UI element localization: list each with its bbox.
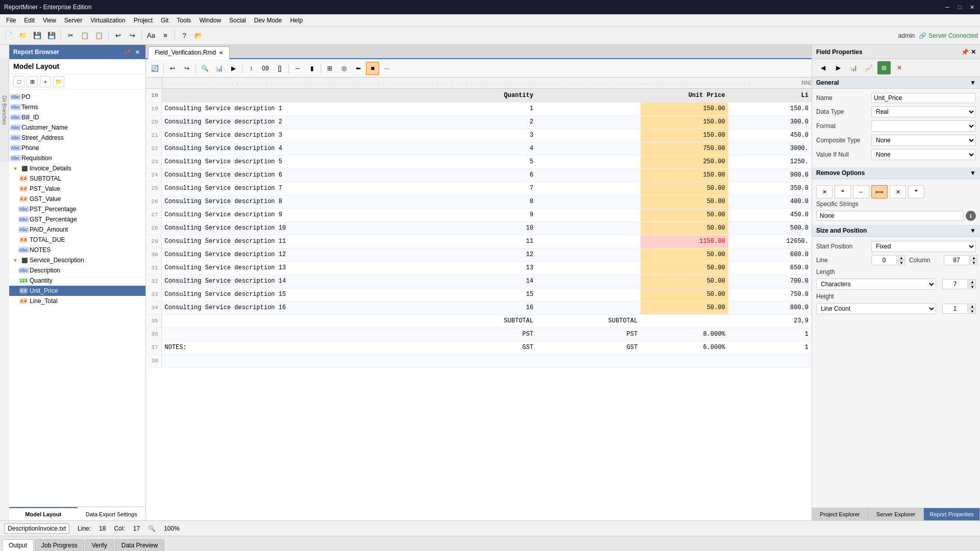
output-tab[interactable]: Output — [2, 539, 34, 551]
general-section-header[interactable]: General ▼ — [812, 77, 980, 89]
name-input[interactable] — [871, 93, 976, 103]
refresh-button[interactable]: 🔄 — [148, 62, 161, 75]
font-button[interactable]: Aa — [144, 29, 158, 42]
back-btn[interactable]: ⬅ — [352, 62, 365, 75]
main-tab[interactable]: Field_Verification.Rmd ✕ — [148, 46, 230, 59]
line-down-arrow[interactable]: ▼ — [898, 260, 905, 265]
column-input[interactable] — [944, 255, 969, 265]
fp-bar-chart-button[interactable]: 📊 — [847, 61, 860, 74]
remove-options-section-header[interactable]: Remove Options ▼ — [812, 167, 980, 179]
tree-item-NOTES[interactable]: AbcNOTES — [9, 245, 145, 255]
length-input[interactable] — [942, 279, 968, 289]
fp-back-button[interactable]: ◀ — [816, 61, 829, 74]
line-input[interactable] — [871, 255, 897, 265]
server-explorer-tab[interactable]: Server Explorer — [868, 508, 924, 520]
fp-close-button[interactable]: ✕ — [971, 48, 976, 56]
open-button[interactable]: 📁 — [16, 29, 30, 42]
fp-pin-button[interactable]: 📌 — [961, 48, 969, 56]
specific-strings-input[interactable] — [816, 211, 964, 221]
menu-item-window[interactable]: Window — [195, 16, 225, 25]
save-button[interactable]: 💾 — [31, 29, 44, 42]
specific-strings-info-button[interactable]: ℹ — [966, 211, 976, 221]
ro-btn-1[interactable]: ✕ — [816, 185, 832, 198]
report-properties-tab[interactable]: Report Properties — [924, 508, 980, 520]
menu-item-git[interactable]: Git — [157, 16, 173, 25]
ro-btn-2[interactable]: ❝ — [835, 185, 851, 198]
sort-btn[interactable]: ↕ — [244, 62, 258, 75]
tree-item-Terms[interactable]: AbcTerms — [9, 102, 145, 112]
tab-close-icon[interactable]: ✕ — [219, 50, 223, 56]
help-button[interactable]: ? — [178, 29, 191, 42]
tree-item-Quantity[interactable]: 123Quantity — [9, 276, 145, 286]
tree-item-SUBTOTAL[interactable]: #.#SUBTOTAL — [9, 173, 145, 184]
data-type-select[interactable]: Real — [871, 106, 976, 117]
bracket-btn[interactable]: [] — [273, 62, 286, 75]
undo-btn[interactable]: ↩ — [166, 62, 179, 75]
menu-item-dev-mode[interactable]: Dev Mode — [250, 16, 286, 25]
value-if-null-select[interactable]: None — [871, 149, 976, 160]
length-up-arrow[interactable]: ▲ — [969, 279, 976, 284]
tree-item-PST_Percentage[interactable]: AbcPST_Percentage — [9, 204, 145, 214]
run-btn[interactable]: ▶ — [227, 62, 240, 75]
start-position-select[interactable]: Fixed — [871, 241, 976, 252]
size-position-section-header[interactable]: Size and Position ▼ — [812, 225, 980, 237]
height-input[interactable] — [942, 304, 968, 314]
menu-item-tools[interactable]: Tools — [173, 16, 195, 25]
tree-item-Invoice_Details[interactable]: ▼⬛Invoice_Details — [9, 163, 145, 173]
fp-line-chart-button[interactable]: 📈 — [862, 61, 875, 74]
cursor-btn[interactable]: ▮ — [305, 62, 318, 75]
tree-item-GST_Value[interactable]: #.#GST_Value — [9, 194, 145, 204]
tree-item-Phone[interactable]: AbcPhone — [9, 143, 145, 153]
minus-btn[interactable]: ─ — [291, 62, 304, 75]
ml-collapse-button[interactable]: □ — [13, 76, 24, 87]
num-btn[interactable]: 09 — [259, 62, 272, 75]
tree-item-Unit_Price[interactable]: #.#Unit_Price — [9, 286, 145, 296]
ml-add-button[interactable]: + — [40, 76, 51, 87]
ml-expand-button[interactable]: ⊞ — [27, 76, 38, 87]
tree-item-Description[interactable]: AbcDescription — [9, 265, 145, 276]
circle-btn[interactable]: ◎ — [337, 62, 351, 75]
column-up-arrow[interactable]: ▲ — [970, 255, 977, 260]
maximize-button[interactable]: □ — [955, 3, 964, 11]
copy-button[interactable]: 📋 — [78, 29, 91, 42]
ro-btn-6[interactable]: ❞ — [908, 185, 924, 198]
column-down-arrow[interactable]: ▼ — [970, 260, 977, 265]
length-down-arrow[interactable]: ▼ — [969, 284, 976, 289]
format-button[interactable]: ≡ — [159, 29, 172, 42]
fp-table-button[interactable]: ⊞ — [877, 61, 891, 74]
save-all-button[interactable]: 💾 — [45, 29, 58, 42]
height-type-select[interactable]: Line Count — [816, 303, 936, 314]
length-type-select[interactable]: Characters — [816, 279, 936, 290]
close-button[interactable]: ✕ — [968, 3, 976, 11]
height-down-arrow[interactable]: ▼ — [969, 309, 976, 314]
more-btn[interactable]: ··· — [380, 62, 394, 75]
panel-pin-button[interactable]: 📌 — [123, 48, 131, 56]
menu-item-view[interactable]: View — [39, 16, 60, 25]
data-preview-tab[interactable]: Data Preview — [115, 539, 164, 551]
panel-close-button[interactable]: ✕ — [133, 48, 141, 56]
tree-item-PO[interactable]: AbcPO — [9, 92, 145, 102]
cut-button[interactable]: ✂ — [64, 29, 77, 42]
ro-btn-3[interactable]: ↔ — [853, 185, 869, 198]
menu-item-virtualization[interactable]: Virtualization — [86, 16, 129, 25]
fp-delete-button[interactable]: ✕ — [893, 61, 906, 74]
git-changer[interactable]: Git Branches — [0, 59, 9, 161]
tree-item-Service_Description[interactable]: ▼⬛Service_Description — [9, 255, 145, 265]
new-button[interactable]: 📄 — [2, 29, 15, 42]
menu-item-social[interactable]: Social — [225, 16, 250, 25]
project-explorer-tab[interactable]: Project Explorer — [812, 508, 868, 520]
height-up-arrow[interactable]: ▲ — [969, 304, 976, 309]
folder2-button[interactable]: 📂 — [192, 29, 205, 42]
menu-item-edit[interactable]: Edit — [20, 16, 39, 25]
report-content[interactable]: 18QuantityUnit PriceLi19Consulting Servi… — [146, 89, 812, 520]
verify-tab[interactable]: Verify — [85, 539, 114, 551]
minimize-button[interactable]: ─ — [943, 3, 951, 11]
model-layout-tab[interactable]: Model Layout — [9, 507, 78, 520]
ro-btn-4[interactable]: ⟺ — [871, 185, 888, 198]
format-select[interactable] — [871, 120, 976, 132]
paste-button[interactable]: 📋 — [92, 29, 106, 42]
analyze-btn[interactable]: 📊 — [212, 62, 226, 75]
tree-item-PST_Value[interactable]: #.#PST_Value — [9, 184, 145, 194]
ml-folder-button[interactable]: 📁 — [53, 76, 64, 87]
menu-item-server[interactable]: Server — [60, 16, 86, 25]
